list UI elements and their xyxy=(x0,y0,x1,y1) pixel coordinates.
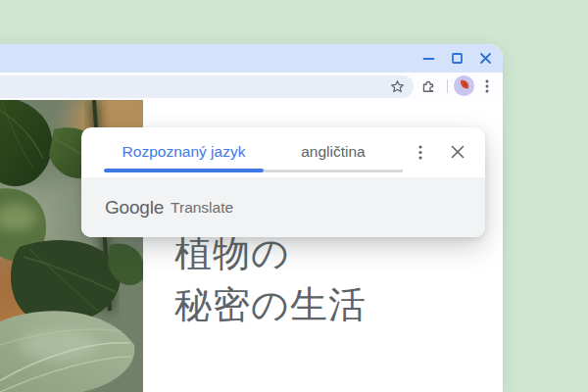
tab-target-language[interactable]: angličtina xyxy=(264,135,403,169)
bookmark-star-icon xyxy=(390,79,405,94)
profile-avatar[interactable] xyxy=(454,75,474,96)
browser-titlebar[interactable] xyxy=(0,44,503,73)
profile-avatar-image xyxy=(454,75,474,96)
desktop-background: 植物の 秘密の生活 Rozpoznaný jazyk angličtina xyxy=(0,0,588,392)
tab-detected-language[interactable]: Rozpoznaný jazyk xyxy=(104,135,264,169)
close-icon xyxy=(479,52,492,65)
popup-close-button[interactable] xyxy=(446,140,469,164)
tab-target-language-label: angličtina xyxy=(301,143,366,161)
close-window-button[interactable] xyxy=(478,51,493,66)
maximize-icon xyxy=(451,52,464,65)
translate-popup: Rozpoznaný jazyk angličtina Google Trans… xyxy=(81,127,485,237)
extensions-button[interactable] xyxy=(420,78,436,94)
kebab-menu-icon xyxy=(417,144,423,161)
maximize-button[interactable] xyxy=(450,51,465,66)
popup-footer: Google Translate xyxy=(81,177,485,237)
browser-menu-button[interactable] xyxy=(484,78,490,94)
minimize-icon xyxy=(422,52,435,65)
window-controls xyxy=(421,44,493,73)
translate-product-text: Translate xyxy=(171,199,233,217)
google-logo-text: Google xyxy=(105,197,164,219)
inactive-tab-underline xyxy=(264,170,403,172)
extensions-icon xyxy=(420,78,436,94)
popup-options-button[interactable] xyxy=(409,140,432,164)
address-bar[interactable] xyxy=(0,75,414,98)
page-heading: 植物の 秘密の生活 xyxy=(174,227,367,331)
toolbar-divider xyxy=(447,79,448,93)
page-heading-line2: 秘密の生活 xyxy=(174,279,367,331)
kebab-menu-icon xyxy=(484,78,490,94)
close-icon xyxy=(451,145,465,159)
bookmark-star-button[interactable] xyxy=(390,79,405,94)
active-tab-underline xyxy=(104,169,264,172)
browser-toolbar xyxy=(0,73,503,100)
minimize-button[interactable] xyxy=(421,51,436,66)
tab-detected-language-label: Rozpoznaný jazyk xyxy=(122,143,246,161)
